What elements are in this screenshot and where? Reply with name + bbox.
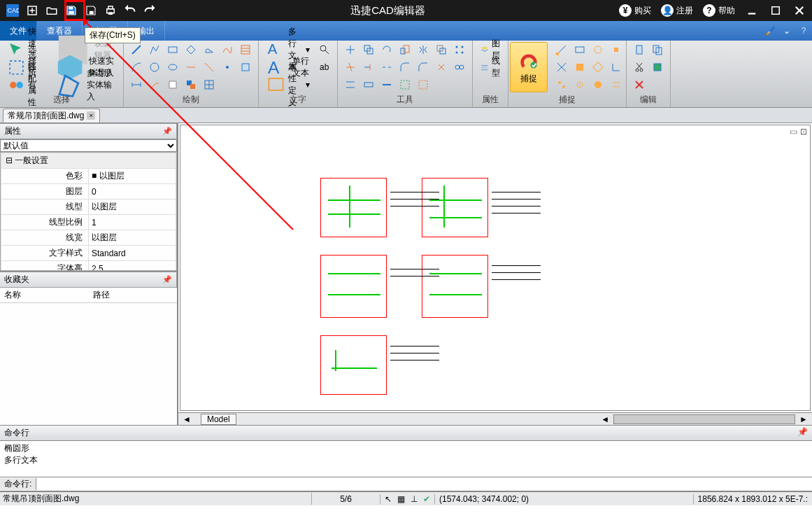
table-icon[interactable] [201,77,218,92]
boundary-icon[interactable] [237,59,254,75]
hatch-icon[interactable] [237,42,254,57]
status-snap-icon[interactable]: ✔ [423,494,430,504]
favorites-list[interactable] [0,303,177,408]
snap-big-button[interactable]: 捕捉 [510,42,548,92]
status-grid-icon[interactable]: ▦ [397,494,405,504]
ellipse-icon[interactable] [164,59,181,75]
arc-icon[interactable] [128,59,145,75]
ray-icon[interactable] [183,59,199,75]
poly-input-button[interactable]: 多边形实体输入 [50,77,119,92]
dim-icon[interactable] [128,77,145,92]
ungroup-icon[interactable] [415,77,432,92]
snap-tan-icon[interactable] [553,77,570,92]
rotate-icon[interactable] [378,42,395,57]
new-icon[interactable] [22,1,42,20]
ribbon-help-icon[interactable]: ? [795,21,812,41]
app-icon[interactable]: CAD [3,1,22,20]
polyline-icon[interactable] [146,42,163,57]
undo-icon[interactable] [120,1,140,20]
preset-select[interactable]: 默认值 [0,139,177,152]
buy-button[interactable]: ¥购买 [616,3,654,18]
open-icon[interactable] [42,1,62,20]
drawing-canvas[interactable]: ▭ ⊡ [180,125,811,411]
group-icon[interactable] [397,77,413,92]
find-icon[interactable] [316,42,333,57]
help-button[interactable]: ?帮助 [700,3,738,18]
polygon-icon[interactable] [183,42,199,57]
print-icon[interactable] [101,1,120,20]
trim-icon[interactable] [342,59,359,75]
snap-cen-icon[interactable] [590,42,606,57]
leader-icon[interactable] [146,77,163,92]
wipeout-icon[interactable] [164,77,181,92]
circle-icon[interactable] [146,59,163,75]
save-icon[interactable] [62,1,81,20]
copyclip-icon[interactable] [649,42,666,57]
paste-icon[interactable] [631,42,648,57]
snap-node-icon[interactable] [608,42,625,57]
snap-qua-icon[interactable] [553,59,570,75]
status-cursor-icon[interactable]: ↖ [385,494,392,504]
pin-icon[interactable]: 📌 [797,427,808,439]
break-icon[interactable] [378,59,395,75]
saveas-icon[interactable] [81,1,101,20]
tab-prev-icon[interactable]: ◄ [178,414,195,424]
scroll-left-icon[interactable]: ◄ [597,414,613,424]
snap-app-icon[interactable] [590,77,606,92]
maximize-icon[interactable] [766,1,785,20]
fillet-icon[interactable] [397,59,413,75]
snap-par-icon[interactable] [608,77,625,92]
properties-grid[interactable]: ⊟ 一般设置 色彩■ 以图层 图层0 线型以图层 线型比例1 线宽以图层 文字样… [0,152,177,271]
cut-icon[interactable] [631,59,648,75]
snap-end-icon[interactable] [553,42,570,57]
xline-icon[interactable] [201,59,218,75]
spell-icon[interactable]: ab [316,59,333,75]
copy-icon[interactable] [360,42,377,57]
document-tab-close-icon[interactable]: × [87,111,95,120]
redo-icon[interactable] [140,1,159,20]
viewport-tile-icon[interactable]: ▭ [790,127,797,136]
linetype-button[interactable]: 线型 [477,59,504,75]
close-icon[interactable] [790,1,809,20]
model-tab[interactable]: Model [201,414,236,425]
snap-mid-icon[interactable] [571,42,588,57]
command-log[interactable]: 椭圆形 多行文本 [0,441,812,477]
command-input[interactable] [36,479,812,489]
ribbon-minimize-icon[interactable]: ⌄ [778,21,795,41]
mirror-icon[interactable] [415,42,432,57]
extend-icon[interactable] [360,59,377,75]
status-ortho-icon[interactable]: ⊥ [411,494,418,504]
scroll-right-icon[interactable]: ► [795,414,812,424]
attr-def-button[interactable]: 属性定义 ▾ [263,77,313,92]
snap-ext-icon[interactable] [590,59,606,75]
snap-int-icon[interactable] [571,59,588,75]
join-icon[interactable] [451,59,468,75]
h-scrollbar[interactable] [613,414,795,424]
cloud-icon[interactable] [201,42,218,57]
rect-icon[interactable] [164,42,181,57]
insert-icon[interactable] [183,77,199,92]
pin-icon[interactable]: 📌 [162,275,172,284]
document-tab[interactable]: 常规吊顶剖面图.dwg × [3,108,100,122]
minimize-icon[interactable] [742,1,762,20]
move-icon[interactable] [342,42,359,57]
stretch-icon[interactable] [360,77,377,92]
spline-icon[interactable] [219,42,236,57]
line-icon[interactable] [128,42,145,57]
match-props-button[interactable]: 匹配属性 [4,77,48,92]
offset-icon[interactable] [433,42,450,57]
explode-icon[interactable] [433,59,450,75]
snap-per-icon[interactable] [608,59,625,75]
pin-icon[interactable]: 📌 [162,127,172,136]
viewport-close-icon[interactable]: ⊡ [800,127,807,136]
delete-icon[interactable] [631,77,648,92]
chamfer-icon[interactable] [415,59,432,75]
ribbon-color-icon[interactable]: 🖌️ [762,21,778,41]
pasteblock-icon[interactable] [649,59,666,75]
lengthen-icon[interactable] [378,77,395,92]
point-icon[interactable] [219,59,236,75]
snap-nea-icon[interactable] [571,77,588,92]
array-icon[interactable] [451,42,468,57]
register-button[interactable]: 👤注册 [658,3,696,18]
align-icon[interactable] [342,77,359,92]
